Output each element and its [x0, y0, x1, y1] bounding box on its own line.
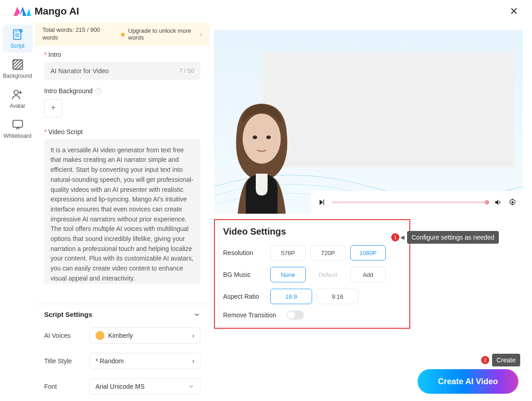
- aspect-ratio-label: Aspect Ratio: [223, 293, 270, 300]
- remove-transition-toggle[interactable]: [287, 311, 304, 320]
- diamond-icon: ◆: [120, 30, 125, 38]
- resolution-720p[interactable]: 720P: [310, 245, 346, 261]
- callout-badge: 1: [391, 233, 399, 241]
- callout-text: Configure settings as needed: [407, 231, 499, 244]
- aspect-9-16[interactable]: 9:16: [317, 289, 358, 304]
- bg-music-add[interactable]: Add: [350, 267, 386, 282]
- bg-music-default[interactable]: Default: [310, 267, 346, 282]
- video-settings-box: Video Settings Resolution 576P 720P 1080…: [214, 219, 410, 329]
- ai-voices-select[interactable]: Kimberly ›: [89, 327, 200, 344]
- sidebar-item-script[interactable]: Script: [3, 25, 33, 53]
- intro-label: *Intro: [44, 51, 200, 58]
- callout-text: Create: [492, 354, 520, 366]
- sidebar-item-avatar[interactable]: Avatar: [3, 85, 33, 113]
- title-style-select[interactable]: * Random ›: [89, 353, 200, 369]
- intro-input[interactable]: AI Narrator for Video 7 / 50: [44, 62, 200, 80]
- callout-1: 1 ◀ Configure settings as needed: [391, 231, 499, 244]
- remove-transition-label: Remove Transition: [223, 311, 287, 319]
- resolution-576p[interactable]: 576P: [270, 245, 306, 261]
- svg-point-7: [266, 135, 271, 139]
- close-icon[interactable]: ✕: [508, 5, 519, 17]
- aspect-16-9[interactable]: 16:9: [270, 289, 312, 304]
- sidebar-item-background[interactable]: Background: [3, 55, 33, 83]
- script-panel: Total words: 215 / 900 words ◆ Upgrade t…: [35, 23, 209, 401]
- upgrade-link[interactable]: ◆ Upgrade to unlock more words ›: [120, 27, 202, 41]
- brand-name: Mango AI: [35, 5, 79, 17]
- preview-area: Video Settings Resolution 576P 720P 1080…: [209, 23, 532, 401]
- help-icon[interactable]: ?: [95, 88, 102, 94]
- sidebar-item-whiteboard[interactable]: Whiteboard: [3, 115, 33, 143]
- intro-background-label: Intro Background ?: [44, 87, 200, 95]
- callout-arrow-icon: ◀: [400, 234, 404, 241]
- chevron-down-icon: [193, 311, 200, 318]
- chevron-right-icon: ›: [192, 357, 194, 365]
- intro-value: AI Narrator for Video: [50, 67, 109, 75]
- callout-badge: 2: [481, 356, 489, 364]
- sidebar: Script Background Avatar Whiteboard: [0, 23, 35, 401]
- svg-point-3: [14, 90, 18, 95]
- resolution-1080p[interactable]: 1080P: [350, 245, 386, 261]
- ai-voices-label: AI Voices: [44, 332, 89, 339]
- volume-icon[interactable]: [494, 198, 502, 206]
- chevron-right-icon: ›: [200, 30, 202, 38]
- font-select[interactable]: Arial Unicode MS: [89, 378, 200, 395]
- avatar-figure: [214, 91, 309, 214]
- chevron-down-icon: [188, 383, 194, 390]
- brand-logo: Mango AI: [13, 5, 79, 17]
- script-settings-section: Script Settings AI Voices Kimberly › Tit…: [35, 304, 209, 401]
- sidebar-item-label: Whiteboard: [4, 133, 31, 139]
- video-script-label: *Video Script: [44, 128, 200, 135]
- gear-icon[interactable]: [508, 198, 517, 206]
- chevron-right-icon: ›: [192, 332, 194, 339]
- video-script-input[interactable]: It is a versatile AI video generator fro…: [44, 139, 200, 284]
- script-icon: [11, 28, 24, 41]
- script-settings-title: Script Settings: [44, 311, 92, 318]
- avatar-icon: [11, 88, 24, 101]
- progress-track[interactable]: [332, 201, 487, 203]
- svg-rect-2: [13, 60, 22, 70]
- script-settings-toggle[interactable]: Script Settings: [35, 304, 209, 325]
- words-bar: Total words: 215 / 900 words ◆ Upgrade t…: [35, 23, 209, 45]
- title-style-label: Title Style: [44, 357, 89, 365]
- sidebar-item-label: Background: [3, 73, 32, 79]
- total-words: Total words: 215 / 900 words: [42, 26, 115, 42]
- create-ai-video-button[interactable]: Create AI Video: [418, 369, 518, 394]
- bg-music-none[interactable]: None: [270, 267, 306, 282]
- intro-count: 7 / 50: [179, 67, 194, 74]
- background-icon: [11, 58, 24, 71]
- preview-canvas: [214, 30, 523, 214]
- whiteboard-icon: [11, 118, 24, 131]
- upgrade-text: Upgrade to unlock more words: [128, 27, 197, 41]
- logo-icon: [13, 6, 31, 17]
- sidebar-item-label: Avatar: [10, 103, 25, 109]
- add-background-button[interactable]: +: [44, 99, 62, 117]
- bg-music-label: BG Music: [223, 271, 270, 278]
- sidebar-item-label: Script: [10, 43, 25, 49]
- svg-point-5: [243, 114, 281, 164]
- voice-avatar-icon: [95, 331, 104, 340]
- svg-rect-8: [323, 200, 324, 205]
- resolution-label: Resolution: [223, 249, 270, 256]
- svg-point-9: [512, 201, 514, 204]
- play-icon[interactable]: [318, 198, 326, 206]
- controls-bar: [311, 191, 523, 214]
- video-settings-title: Video Settings: [223, 226, 401, 237]
- callout-2: 2 Create: [481, 354, 520, 366]
- svg-point-6: [253, 135, 257, 139]
- font-label: Font: [44, 383, 89, 390]
- svg-rect-4: [13, 120, 22, 127]
